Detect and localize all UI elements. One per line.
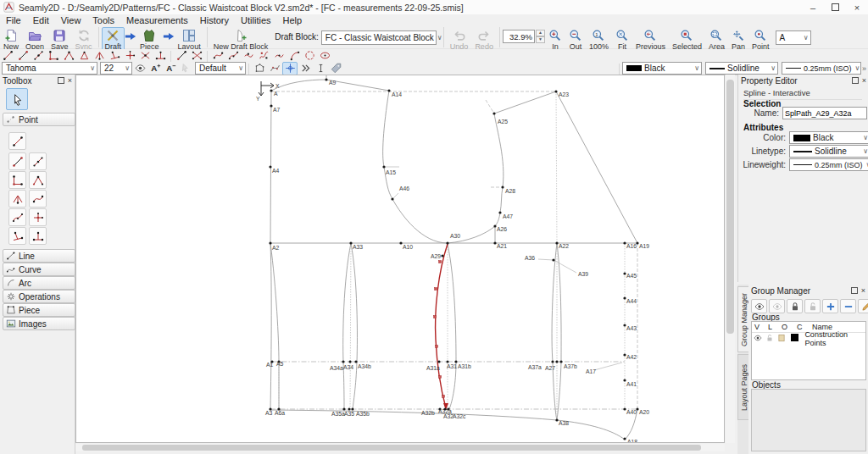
paper-size-combo[interactable]: A∨ <box>776 30 811 45</box>
t-line3-toolbox-button[interactable] <box>29 152 47 170</box>
t-curve2-curve-tool-button[interactable] <box>241 49 256 63</box>
t-line-point-tool-button[interactable] <box>0 49 15 63</box>
t-arc-curve-tool-button[interactable] <box>287 49 302 63</box>
t-curve3-curve-tool-button[interactable] <box>271 49 287 63</box>
t-linetool-line-tool-button[interactable] <box>174 49 189 63</box>
t-intersect-point-tool-button[interactable] <box>137 49 153 63</box>
pattern-point-A35b[interactable] <box>351 407 353 410</box>
minimize-button[interactable]: – <box>802 0 824 14</box>
t-tri-point-tool-button[interactable] <box>76 49 92 63</box>
t-corner-point-tool-button[interactable] <box>46 49 61 63</box>
pattern-point-A32[interactable] <box>443 407 446 410</box>
stroke-color-combo[interactable]: Black∨ <box>622 62 702 75</box>
groups-table[interactable]: VLOCNameConstruction Points <box>751 321 866 380</box>
toolbox-group-arc[interactable]: Arc <box>3 276 75 290</box>
add-group-button[interactable] <box>822 299 838 313</box>
draft-block-combo[interactable]: FC - Classic Waistcoat Block∨ <box>321 30 437 45</box>
color-combo[interactable]: Black∨ <box>789 131 868 144</box>
show-labels-tag-button[interactable] <box>328 62 343 75</box>
close-button[interactable]: × <box>846 0 868 14</box>
t-ellipse-curve-tool-button[interactable] <box>317 49 332 63</box>
label-template-combo[interactable]: Default∨ <box>195 62 246 75</box>
label-font-bigger-button[interactable]: A <box>147 62 163 75</box>
group-visible-icon[interactable] <box>752 334 764 344</box>
close-panel-icon[interactable]: × <box>861 286 865 295</box>
t-corner-toolbox-button[interactable] <box>8 171 26 189</box>
stroke-linetype-combo[interactable]: Solidline∨ <box>705 62 778 75</box>
canvas-horizontal-scrollbar[interactable] <box>75 444 725 451</box>
t-splinep2-curve-tool-button[interactable] <box>256 49 271 63</box>
unlock-group-button[interactable] <box>804 299 821 313</box>
t-cross-point-tool-button[interactable] <box>122 49 137 63</box>
stroke-lineweight-combo[interactable]: 0.25mm (ISO)∨ <box>782 62 861 75</box>
spline-control-handle[interactable] <box>435 288 437 291</box>
close-panel-icon[interactable]: × <box>68 76 72 85</box>
group-objects-icon[interactable] <box>776 334 789 344</box>
toolbox-group-line[interactable]: Line <box>3 249 75 263</box>
pattern-point-A9[interactable] <box>325 78 327 80</box>
toolbox-group-piece[interactable]: Piece <box>3 303 75 317</box>
lineweight-combo[interactable]: 0.25mm (ISO)∨ <box>789 158 868 171</box>
linetype-combo[interactable]: Solidline∨ <box>789 145 868 158</box>
dock-tab-group-manager[interactable]: Group Manager <box>737 286 749 352</box>
t-shoulder-point-tool-button[interactable] <box>107 49 122 63</box>
show-point-labels-button[interactable] <box>132 62 147 75</box>
remove-group-button[interactable] <box>840 299 856 313</box>
group-row[interactable]: Construction Points <box>752 333 865 344</box>
show-axis-origin-button[interactable] <box>282 62 298 75</box>
pattern-point-A36[interactable] <box>552 258 554 261</box>
t-shoulder-toolbox-button[interactable] <box>8 227 26 245</box>
t-line2-toolbox-button[interactable] <box>8 152 26 170</box>
float-panel-icon[interactable] <box>852 77 859 84</box>
pattern-point-A23[interactable] <box>554 90 557 92</box>
t-curve-curve-tool-button[interactable] <box>210 49 225 63</box>
menu-tools[interactable]: Tools <box>86 14 120 26</box>
select-tool-button[interactable] <box>6 88 28 110</box>
label-size-combo[interactable]: 22∨ <box>100 62 132 75</box>
spline-control-handle[interactable] <box>436 346 438 348</box>
menu-history[interactable]: History <box>194 14 235 26</box>
label-font-smaller-button[interactable]: A <box>163 62 178 75</box>
show-group-button[interactable] <box>751 299 767 313</box>
spline-control-handle[interactable] <box>439 376 442 379</box>
pattern-point-A27[interactable] <box>555 360 558 363</box>
t-bisect-point-tool-button[interactable] <box>92 49 107 63</box>
groups-column-o[interactable]: O <box>779 323 794 331</box>
t-angle-toolbox-button[interactable] <box>29 171 47 189</box>
name-field[interactable] <box>782 107 867 119</box>
float-panel-icon[interactable] <box>58 77 64 84</box>
objects-list[interactable] <box>751 389 866 451</box>
t-line-toolbox-button[interactable] <box>8 132 26 150</box>
toolbar-overflow-button[interactable]: » <box>862 64 866 73</box>
spline-control-handle[interactable] <box>439 261 442 263</box>
t-line3-point-tool-button[interactable] <box>31 49 46 63</box>
pattern-point-A34a[interactable] <box>342 360 344 363</box>
canvas-vertical-scrollbar[interactable] <box>726 75 735 443</box>
pattern-point-A[interactable] <box>270 89 272 91</box>
menu-utilities[interactable]: Utilities <box>235 14 276 26</box>
group-lock-icon[interactable] <box>764 334 776 344</box>
close-panel-icon[interactable]: × <box>862 76 866 85</box>
pattern-path-red[interactable] <box>436 244 448 408</box>
pattern-point-A18[interactable] <box>623 437 626 440</box>
interactive-cursor-button[interactable] <box>313 62 328 75</box>
pattern-point-A28[interactable] <box>501 185 504 188</box>
spline-control-handle[interactable] <box>434 316 437 318</box>
edit-group-button[interactable] <box>858 299 868 313</box>
pattern-point-A46[interactable] <box>391 197 393 200</box>
pattern-point-A47[interactable] <box>498 211 501 213</box>
pattern-point-A15[interactable] <box>382 165 385 168</box>
t-perp-toolbox-button[interactable] <box>29 227 47 245</box>
t-cross-toolbox-button[interactable] <box>29 208 47 226</box>
t-splinepath-curve-tool-button[interactable] <box>225 49 241 63</box>
toolbox-group-point[interactable]: Point <box>3 113 75 126</box>
pattern-point-A34[interactable] <box>348 360 351 363</box>
groups-column-l[interactable]: L <box>765 323 779 331</box>
float-panel-icon[interactable] <box>851 287 858 294</box>
menu-view[interactable]: View <box>55 14 87 26</box>
t-angle-point-tool-button[interactable] <box>61 49 76 63</box>
toolbox-group-images[interactable]: Images <box>3 317 75 330</box>
pattern-point-A37a[interactable] <box>551 360 554 363</box>
pattern-point-A37b[interactable] <box>559 360 562 363</box>
t-linex-line-tool-button[interactable] <box>189 49 204 63</box>
